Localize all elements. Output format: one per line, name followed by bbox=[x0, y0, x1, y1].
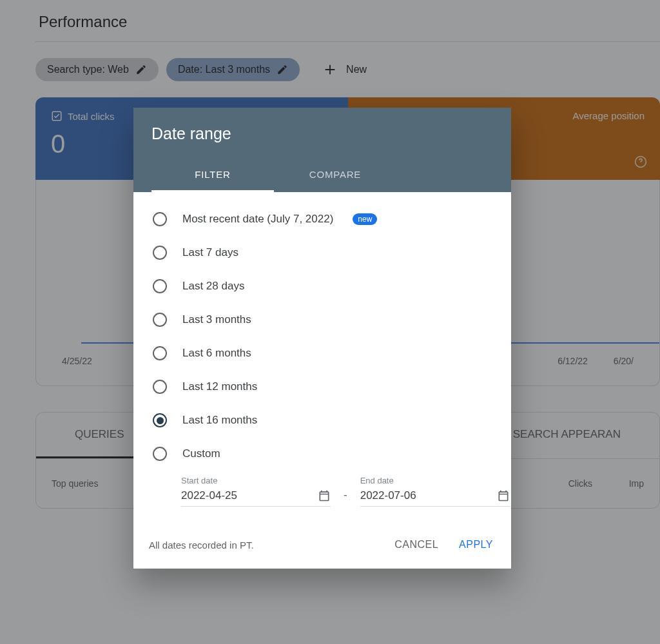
apply-button[interactable]: APPLY bbox=[456, 534, 496, 556]
radio-icon bbox=[153, 212, 167, 226]
modal-header: Date range FILTER COMPARE bbox=[133, 108, 511, 192]
end-date-field[interactable]: End date bbox=[360, 476, 510, 507]
date-range-modal: Date range FILTER COMPARE Most recent da… bbox=[133, 108, 511, 569]
radio-label: Most recent date (July 7, 2022) bbox=[182, 213, 333, 226]
radio-label: Last 3 months bbox=[182, 313, 251, 326]
modal-tab-compare[interactable]: COMPARE bbox=[274, 159, 396, 192]
radio-icon bbox=[153, 346, 167, 360]
date-separator: - bbox=[344, 489, 347, 507]
radio-label: Last 28 days bbox=[182, 280, 244, 293]
modal-title: Date range bbox=[151, 124, 493, 143]
radio-label: Last 6 months bbox=[182, 347, 251, 360]
radio-last-12-months[interactable]: Last 12 months bbox=[140, 370, 505, 404]
radio-icon-selected bbox=[153, 413, 167, 427]
radio-label: Last 16 months bbox=[182, 414, 257, 427]
radio-icon bbox=[153, 246, 167, 260]
end-date-input[interactable] bbox=[360, 489, 497, 502]
calendar-icon[interactable] bbox=[318, 489, 331, 502]
radio-custom[interactable]: Custom bbox=[140, 437, 505, 471]
radio-icon bbox=[153, 380, 167, 394]
radio-last-28-days[interactable]: Last 28 days bbox=[140, 269, 505, 303]
radio-icon bbox=[153, 313, 167, 327]
radio-label: Last 12 months bbox=[182, 380, 257, 393]
calendar-icon[interactable] bbox=[497, 489, 510, 502]
end-date-label: End date bbox=[360, 476, 510, 485]
radio-last-16-months[interactable]: Last 16 months bbox=[140, 404, 505, 437]
radio-label: Custom bbox=[182, 447, 220, 460]
modal-footer: All dates recorded in PT. CANCEL APPLY bbox=[133, 521, 511, 569]
date-range-inputs: Start date - End date bbox=[140, 471, 505, 517]
badge-new: new bbox=[353, 213, 377, 225]
modal-body: Most recent date (July 7, 2022) new Last… bbox=[133, 192, 511, 521]
start-date-input[interactable] bbox=[181, 489, 318, 502]
start-date-field[interactable]: Start date bbox=[181, 476, 331, 507]
radio-last-6-months[interactable]: Last 6 months bbox=[140, 337, 505, 370]
radio-last-3-months[interactable]: Last 3 months bbox=[140, 303, 505, 337]
radio-most-recent[interactable]: Most recent date (July 7, 2022) new bbox=[140, 202, 505, 236]
radio-icon bbox=[153, 447, 167, 461]
start-date-label: Start date bbox=[181, 476, 331, 485]
modal-tab-filter[interactable]: FILTER bbox=[151, 159, 274, 192]
footer-note: All dates recorded in PT. bbox=[149, 540, 376, 551]
radio-icon bbox=[153, 279, 167, 293]
cancel-button[interactable]: CANCEL bbox=[392, 534, 441, 556]
radio-label: Last 7 days bbox=[182, 246, 238, 259]
radio-last-7-days[interactable]: Last 7 days bbox=[140, 236, 505, 269]
